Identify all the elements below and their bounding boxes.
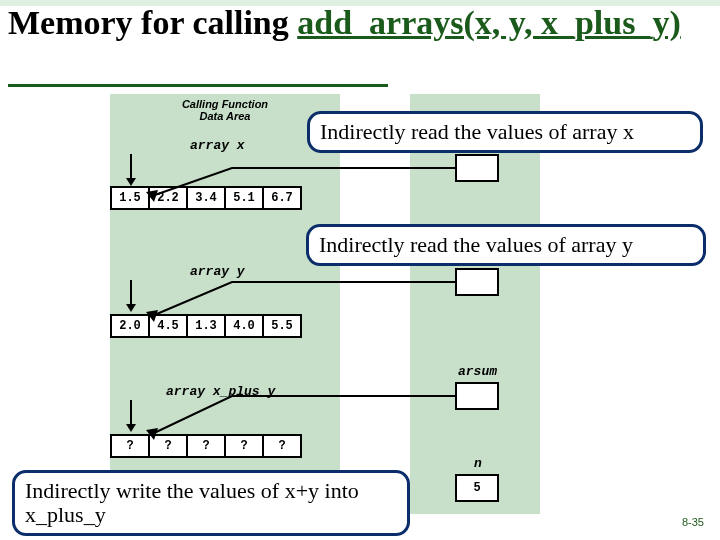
arsum-box	[455, 382, 499, 410]
arsum-label: arsum	[458, 364, 497, 379]
ar1-pointer-arrow-icon	[132, 156, 458, 202]
svg-marker-6	[146, 190, 158, 202]
array-x-label: array x	[190, 138, 245, 153]
n-label: n	[474, 456, 482, 471]
slide-title: Memory for calling add_arrays(x, y, x_pl…	[8, 4, 708, 41]
ar2-box	[455, 268, 499, 296]
ar2-pointer-arrow-icon	[132, 270, 458, 322]
page-number: 8-35	[682, 516, 704, 528]
left-column-label: Calling Function Data Area	[170, 98, 280, 122]
title-function: add_arrays(x, y, x_plus_y)	[297, 4, 681, 41]
memory-diagram: Calling Function Data Area array x 1.5 2…	[70, 94, 590, 494]
ar1-box	[455, 154, 499, 182]
svg-marker-7	[146, 310, 158, 322]
arsum-pointer-arrow-icon	[132, 384, 458, 442]
n-box: 5	[455, 474, 499, 502]
callout-2: Indirectly read the values of array y	[306, 224, 706, 266]
callout-1: Indirectly read the values of array x	[307, 111, 703, 153]
svg-marker-8	[146, 428, 158, 440]
title-prefix: Memory for calling	[8, 4, 297, 41]
title-underline	[8, 84, 388, 87]
callout-3: Indirectly write the values of x+y into …	[12, 470, 410, 536]
